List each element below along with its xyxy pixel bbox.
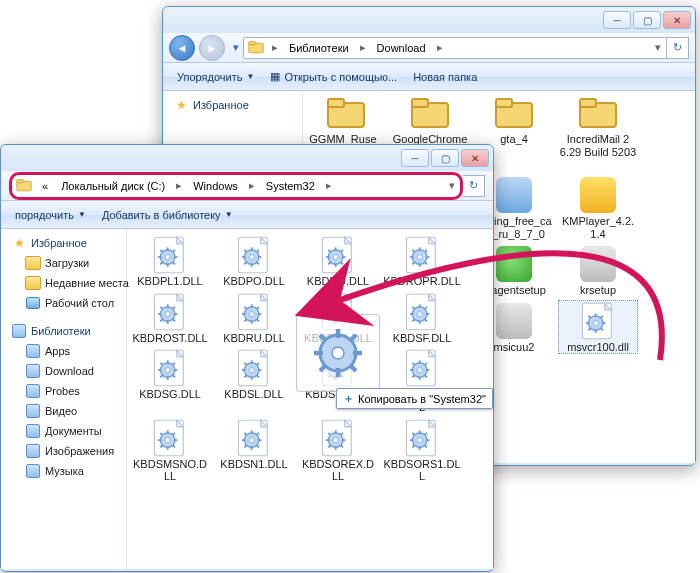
address-dropdown-icon[interactable]: ▾	[445, 175, 460, 197]
nav-history-chevron[interactable]: ▾	[229, 37, 243, 59]
breadcrumb-chevron-icon: ▸	[172, 175, 187, 197]
maximize-button[interactable]: ▢	[633, 11, 661, 29]
file-item[interactable]: KBDSORS1.DLL	[383, 418, 461, 483]
sidebar: ★ Избранное ЗагрузкиНедавние местаРабочи…	[1, 229, 127, 569]
sidebar-item[interactable]: Изображения	[1, 441, 126, 461]
file-item[interactable]: KBDROPR.DLL	[383, 235, 461, 288]
file-item[interactable]: KBDRU.DLL	[215, 292, 293, 345]
file-item[interactable]: KBDRU1.DLL	[299, 292, 377, 345]
file-item[interactable]: KBDSF.DLL	[383, 292, 461, 345]
file-item[interactable]: KBDRO.DLL	[299, 235, 377, 288]
maximize-button[interactable]: ▢	[431, 149, 459, 167]
sidebar-item-label: Недавние места	[45, 277, 129, 289]
sidebar-item[interactable]: Видео	[1, 401, 126, 421]
item-label: KBDROPR.DLL	[383, 275, 461, 288]
folder-icon	[324, 93, 368, 133]
item-label: msvcr100.dll	[567, 341, 629, 354]
file-item[interactable]: KBDSL.DLL	[215, 348, 293, 413]
add-to-library-button[interactable]: Добавить в библиотеку▼	[94, 201, 241, 228]
file-item[interactable]: KBDSMSNO.DLL	[131, 418, 209, 483]
sidebar-item-label: Рабочий стол	[45, 297, 114, 309]
newfolder-button[interactable]: Новая папка	[405, 63, 485, 90]
item-label: KBDRU1.DLL	[304, 332, 372, 345]
titlebar[interactable]: ─ ▢ ✕	[1, 145, 493, 171]
sidebar-item[interactable]: Рабочий стол	[1, 293, 126, 313]
app-icon	[576, 244, 620, 284]
item-label: KBDSN1.DLL	[220, 458, 287, 471]
breadcrumb-disk[interactable]: Локальный диск (C:)	[55, 175, 172, 197]
dll-icon	[232, 418, 276, 458]
sidebar-favorites-head[interactable]: ★ Избранное	[163, 95, 302, 115]
breadcrumb-windows[interactable]: Windows	[187, 175, 245, 197]
file-item[interactable]: KBDPO.DLL	[215, 235, 293, 288]
sidebar-item[interactable]: Недавние места	[1, 273, 126, 293]
close-button[interactable]: ✕	[663, 11, 691, 29]
file-item[interactable]: KBDROST.DLL	[131, 292, 209, 345]
address-dropdown-icon[interactable]: ▾	[651, 38, 666, 58]
dll-icon	[148, 348, 192, 388]
sidebar-item[interactable]: Download	[1, 361, 126, 381]
file-item[interactable]: KBDSL1.DLL	[299, 348, 377, 413]
breadcrumb-chevron-icon: ▸	[433, 38, 448, 58]
breadcrumb-system32[interactable]: System32	[260, 175, 322, 197]
refresh-button[interactable]: ↻	[463, 175, 485, 197]
address-bar[interactable]: ▸ Библиотеки ▸ Download ▸ ▾	[243, 37, 667, 59]
sidebar-item[interactable]: Загрузки	[1, 253, 126, 273]
dll-icon	[232, 292, 276, 332]
minimize-button[interactable]: ─	[401, 149, 429, 167]
organize-button[interactable]: порядочить▼	[7, 201, 94, 228]
sidebar-item[interactable]: Apps	[1, 341, 126, 361]
breadcrumb-chevron-icon: ▸	[268, 38, 283, 58]
refresh-button[interactable]: ↻	[667, 37, 689, 59]
openwith-button[interactable]: ▦Открыть с помощью...	[262, 63, 405, 90]
dll-icon	[148, 235, 192, 275]
file-item[interactable]: krsetup	[559, 244, 637, 297]
dll-icon	[316, 235, 360, 275]
toolbar: Упорядочить▼ ▦Открыть с помощью... Новая…	[163, 63, 695, 91]
item-label: KBDPO.DLL	[223, 275, 285, 288]
sidebar-item[interactable]: Документы	[1, 421, 126, 441]
item-label: KBDRU.DLL	[223, 332, 285, 345]
item-label: msicuu2	[494, 341, 535, 354]
item-label: KBDROST.DLL	[132, 332, 207, 345]
file-item[interactable]: KBDPL1.DLL	[131, 235, 209, 288]
sidebar-favorites-head[interactable]: ★ Избранное	[1, 233, 126, 253]
file-item[interactable]: KBDSN1.DLL	[215, 418, 293, 483]
item-label: KBDSL1.DLL	[305, 388, 370, 401]
file-list[interactable]: KBDPL1.DLLKBDPO.DLLKBDRO.DLLKBDROPR.DLLK…	[127, 229, 493, 569]
nav-back-button[interactable]: ◄	[169, 35, 195, 61]
sidebar-item-label: Видео	[45, 405, 77, 417]
address-row: ◄ ► ▾ ▸ Библиотеки ▸ Download ▸ ▾ ↻	[163, 33, 695, 63]
address-bar[interactable]: « Локальный диск (C:) ▸ Windows ▸ System…	[9, 172, 463, 200]
folder-item[interactable]: IncrediMail 2 6.29 Build 5203	[559, 93, 637, 171]
downloads-icon	[25, 255, 41, 271]
dll-icon	[400, 348, 444, 388]
dll-icon	[316, 292, 360, 332]
item-label: KMPlayer_4.2.1.4	[559, 215, 637, 240]
sidebar-item-label: Download	[45, 365, 94, 377]
minimize-button[interactable]: ─	[603, 11, 631, 29]
close-button[interactable]: ✕	[461, 149, 489, 167]
breadcrumb-chevron-icon: ▸	[322, 175, 337, 197]
file-item[interactable]: msvcr100.dll	[559, 301, 637, 354]
file-item[interactable]: KBDSOREX.DLL	[299, 418, 377, 483]
item-label: KBDSORS1.DLL	[383, 458, 461, 483]
breadcrumb-download[interactable]: Download	[371, 38, 433, 58]
address-row: « Локальный диск (C:) ▸ Windows ▸ System…	[1, 171, 493, 201]
nav-forward-button[interactable]: ►	[199, 35, 225, 61]
titlebar[interactable]: ─ ▢ ✕	[163, 7, 695, 33]
item-label: KBDSOREX.DLL	[299, 458, 377, 483]
recent-icon	[25, 275, 41, 291]
item-label: KBDSL.DLL	[224, 388, 283, 401]
library-icon	[11, 323, 27, 339]
file-item[interactable]: KBDSG.DLL	[131, 348, 209, 413]
sidebar-item[interactable]: Probes	[1, 381, 126, 401]
file-item[interactable]: KMPlayer_4.2.1.4	[559, 175, 637, 240]
file-item[interactable]: KBDSMSFI.DLL	[383, 348, 461, 413]
folder-icon	[492, 93, 536, 133]
folder-icon	[576, 93, 620, 133]
organize-button[interactable]: Упорядочить▼	[169, 63, 262, 90]
sidebar-item[interactable]: Музыка	[1, 461, 126, 481]
breadcrumb-libraries[interactable]: Библиотеки	[283, 38, 356, 58]
sidebar-libraries-head[interactable]: Библиотеки	[1, 321, 126, 341]
